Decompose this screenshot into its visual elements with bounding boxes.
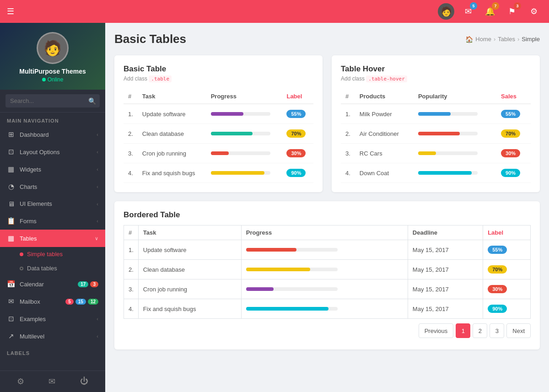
basic-table-title: Basic Table	[124, 64, 313, 74]
sidebar-profile: 🧑 MultiPurpose Themes Online	[0, 23, 105, 90]
col-deadline: Deadline	[408, 226, 483, 240]
col-hash: #	[341, 89, 355, 104]
table-row: 2. Air Conditioner 70%	[341, 124, 531, 144]
hover-table-card: Table Hover Add class .table-hover # Pro…	[332, 55, 540, 192]
calendar-badge-1: 17	[78, 281, 88, 287]
ui-icon: 🖥	[7, 200, 15, 208]
sidebar-item-ui-elements[interactable]: 🖥 UI Elements ‹	[0, 195, 105, 212]
sidebar-item-tables[interactable]: ▦ Tables ∨	[0, 230, 105, 247]
mail-bottom-icon[interactable]: ✉	[48, 376, 55, 387]
page-2-button[interactable]: 2	[473, 323, 487, 338]
breadcrumb-tables[interactable]: Tables	[498, 36, 515, 43]
col-label: Label	[282, 89, 313, 104]
sidebar-item-simple-tables[interactable]: Simple tables	[0, 247, 105, 261]
hamburger-icon[interactable]: ☰	[7, 6, 14, 16]
page-header: Basic Tables 🏠 Home › Tables › Simple	[114, 32, 540, 46]
sidebar: 🧑 MultiPurpose Themes Online 🔍 MAIN NAVI…	[0, 23, 105, 392]
notification-button[interactable]: 🔔 7	[482, 3, 498, 20]
table-row: 3. Cron job running May 15, 2017 30%	[124, 279, 531, 299]
labels-section-label: LABELS	[0, 345, 105, 358]
col-task: Task	[138, 89, 206, 104]
sidebar-item-widgets[interactable]: ▦ Widgets ‹	[0, 161, 105, 178]
top-navbar: ☰ 🧑 ✉ 5 🔔 7 ⚑ 3 ⚙	[0, 0, 549, 23]
table-row: 2. Clean database 70%	[124, 124, 313, 144]
sidebar-bottom: ⚙ ✉ ⏻	[0, 371, 105, 392]
sidebar-item-multilevel[interactable]: ↗ Multilevel ‹	[0, 328, 105, 345]
chevron-icon: ‹	[97, 218, 98, 224]
power-icon[interactable]: ⏻	[80, 376, 88, 387]
widgets-icon: ▦	[7, 165, 15, 173]
page-1-button[interactable]: 1	[456, 323, 470, 338]
settings-bottom-icon[interactable]: ⚙	[17, 376, 24, 387]
chevron-icon: ‹	[97, 149, 98, 155]
table-row: 3. RC Cars 30%	[341, 144, 531, 163]
calendar-badge-2: 3	[90, 281, 98, 287]
page-3-button[interactable]: 3	[490, 323, 504, 338]
table-row: 3. Cron job running 30%	[124, 144, 313, 163]
col-products: Products	[355, 89, 414, 104]
table-row: 1. Update software May 15, 2017 55%	[124, 240, 531, 260]
col-progress: Progress	[206, 89, 282, 104]
hover-table: # Products Popularity Sales 1. Milk Powd…	[341, 89, 531, 183]
sub-dot-active	[20, 252, 23, 256]
sidebar-search-container: 🔍	[0, 90, 105, 113]
chevron-icon: ‹	[97, 201, 98, 207]
breadcrumb-home[interactable]: Home	[475, 36, 491, 43]
chevron-icon: ‹	[97, 333, 98, 339]
avatar-button[interactable]: 🧑	[438, 3, 454, 20]
mailbox-badge-2: 15	[75, 299, 86, 305]
next-button[interactable]: Next	[506, 323, 531, 338]
search-input[interactable]	[5, 94, 100, 107]
notification-badge: 7	[492, 2, 499, 10]
table-row: 4. Fix and squish bugs May 15, 2017 90%	[124, 299, 531, 319]
chevron-icon: ‹	[97, 166, 98, 172]
hover-table-title: Table Hover	[341, 64, 531, 74]
nav-section-label: MAIN NAVIGATION	[0, 113, 105, 126]
col-task: Task	[138, 226, 241, 240]
examples-icon: ⊡	[7, 315, 15, 323]
layout-icon: ⊡	[7, 148, 15, 156]
sidebar-item-charts[interactable]: ◔ Charts ‹	[0, 178, 105, 195]
mailbox-badge-3: 12	[88, 299, 98, 305]
calendar-icon: 📅	[7, 280, 15, 288]
sub-dot	[20, 267, 23, 270]
page-title: Basic Tables	[114, 32, 186, 46]
pagination: Previous 1 2 3 Next	[124, 319, 531, 340]
forms-icon: 📋	[7, 217, 15, 225]
col-progress: Progress	[241, 226, 408, 240]
charts-icon: ◔	[7, 183, 15, 191]
breadcrumb-current: Simple	[522, 36, 540, 43]
table-row: 1. Milk Powder 55%	[341, 104, 531, 124]
mail-button[interactable]: ✉ 5	[460, 3, 476, 20]
status-dot	[42, 78, 46, 81]
multilevel-icon: ↗	[7, 332, 15, 340]
bordered-table-title: Bordered Table	[124, 210, 531, 220]
tables-icon: ▦	[7, 234, 15, 242]
table-row: 1. Update software 55%	[124, 104, 313, 124]
sidebar-item-data-tables[interactable]: Data tables	[0, 261, 105, 275]
sidebar-item-mailbox[interactable]: ✉ Mailbox 5 15 12	[0, 293, 105, 310]
flag-button[interactable]: ⚑ 3	[504, 3, 520, 20]
sidebar-item-dashboard[interactable]: ⊞ Dashboard ‹	[0, 126, 105, 143]
sidebar-item-examples[interactable]: ⊡ Examples ‹	[0, 310, 105, 328]
navbar-right: 🧑 ✉ 5 🔔 7 ⚑ 3 ⚙	[438, 3, 542, 20]
sidebar-item-forms[interactable]: 📋 Forms ‹	[0, 212, 105, 230]
home-icon: 🏠	[465, 36, 473, 43]
content-area: Basic Tables 🏠 Home › Tables › Simple Ba…	[105, 23, 549, 392]
col-hash: #	[124, 89, 138, 104]
sidebar-item-layout[interactable]: ⊡ Layout Options ‹	[0, 143, 105, 161]
breadcrumb: 🏠 Home › Tables › Simple	[465, 36, 540, 43]
sidebar-item-calendar[interactable]: 📅 Calendar 17 3	[0, 275, 105, 293]
search-icon[interactable]: 🔍	[88, 97, 96, 105]
flag-badge: 3	[514, 2, 521, 10]
prev-button[interactable]: Previous	[419, 323, 454, 338]
profile-avatar: 🧑	[37, 32, 69, 64]
settings-button[interactable]: ⚙	[526, 3, 542, 20]
mailbox-badge-1: 5	[65, 299, 74, 305]
chevron-down-icon: ∨	[95, 236, 98, 242]
basic-table-card: Basic Table Add class .table # Task Prog…	[114, 55, 323, 192]
avatar: 🧑	[438, 3, 454, 20]
profile-status: Online	[0, 76, 105, 83]
col-sales: Sales	[496, 89, 531, 104]
search-wrapper: 🔍	[5, 94, 100, 107]
